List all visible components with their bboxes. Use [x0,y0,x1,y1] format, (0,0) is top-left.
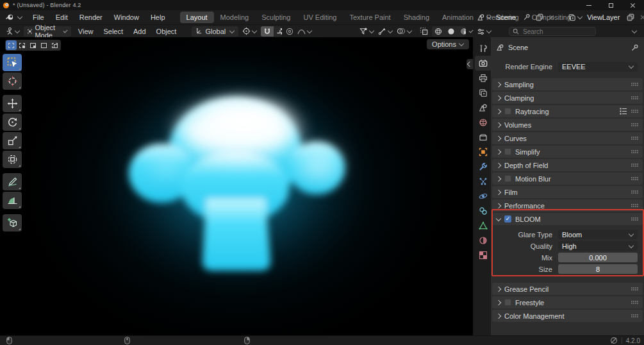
section-performance[interactable]: Performance [492,199,643,212]
tab-world[interactable] [475,115,491,130]
drag-handle-icon[interactable] [631,123,638,126]
search-input[interactable] [522,28,588,36]
menu-window[interactable]: Window [108,12,145,23]
pin-id-icon[interactable] [631,44,639,52]
properties-search[interactable] [509,27,596,36]
tab-particles[interactable] [475,174,491,189]
tool-measure[interactable] [3,192,22,209]
section-raytracing[interactable]: Raytracing [492,105,643,117]
menu-render[interactable]: Render [74,12,108,23]
select-mode-extend-button[interactable] [17,40,28,50]
scene-name[interactable]: Scene [495,13,520,21]
tab-output[interactable] [475,71,491,85]
section-sampling[interactable]: Sampling [492,78,643,90]
tool-select-box[interactable] [3,54,22,71]
section-simplify[interactable]: Simplify [492,146,643,158]
select-mode-subtract-button[interactable] [28,40,38,50]
overlays-button[interactable] [395,27,414,35]
drag-handle-icon[interactable] [631,204,638,207]
tab-constraints[interactable] [475,203,491,218]
drag-handle-icon[interactable] [631,177,638,180]
tab-scene[interactable] [475,100,491,115]
gizmos-button[interactable] [376,27,395,35]
tab-uv-editing[interactable]: UV Editing [297,12,343,23]
properties-editor-type-button[interactable] [475,28,493,36]
shading-options-chevron-icon[interactable] [468,28,473,33]
drag-handle-icon[interactable] [631,190,638,194]
tab-texture[interactable] [475,248,491,262]
new-view-layer-copy-icon[interactable] [625,13,636,21]
freestyle-checkbox[interactable] [504,299,511,306]
section-freestyle[interactable]: Freestyle [492,296,643,308]
simplify-checkbox[interactable] [504,148,511,155]
drag-handle-icon[interactable] [631,314,638,317]
section-color-management[interactable]: Color Management [492,310,643,322]
options-dropdown[interactable]: Options [427,39,469,49]
tab-material[interactable] [475,233,491,248]
quality-dropdown[interactable]: High [558,241,638,251]
presets-list-icon[interactable] [620,108,627,115]
drag-handle-icon[interactable] [631,301,638,304]
tab-animation[interactable]: Animation [436,12,480,23]
glare-type-dropdown[interactable]: Bloom [558,230,638,239]
view-layer-datablock-icon[interactable] [566,13,584,21]
tab-object-data[interactable] [475,218,491,233]
tab-physics[interactable] [475,189,491,203]
drag-handle-icon[interactable] [631,83,638,86]
section-film[interactable]: Film [492,186,643,198]
tab-render[interactable] [475,56,491,71]
shading-material-button[interactable] [458,26,466,37]
drag-handle-icon[interactable] [631,96,638,99]
tab-layout[interactable]: Layout [180,12,214,23]
shading-wireframe-button[interactable] [432,26,445,37]
section-volumes[interactable]: Volumes [492,119,643,131]
tab-modifiers[interactable] [475,159,491,174]
drag-handle-icon[interactable] [631,110,638,113]
tool-annotate[interactable] [3,173,22,190]
tab-sculpting[interactable]: Sculpting [255,12,297,23]
drag-handle-icon[interactable] [631,137,638,140]
section-grease-pencil[interactable]: Grease Pencil [492,283,643,295]
shading-solid-button[interactable] [445,26,458,37]
proportional-editing-button[interactable] [284,28,295,35]
tab-modeling[interactable]: Modeling [214,12,256,23]
tool-transform[interactable] [3,151,22,168]
tab-object[interactable] [475,144,491,159]
view-layer-name[interactable]: ViewLayer [586,13,623,21]
drag-handle-icon[interactable] [631,287,638,290]
motion-blur-checkbox[interactable] [504,175,511,182]
section-bloom-header[interactable]: ✓ BLOOM [492,213,643,225]
menu-add[interactable]: Add [128,28,151,35]
show-object-types-button[interactable] [358,27,376,35]
section-depth-of-field[interactable]: Depth of Field [492,159,643,171]
select-mode-invert-button[interactable] [38,40,49,50]
xray-toggle-button[interactable] [418,27,430,35]
section-clamping[interactable]: Clamping [492,92,643,104]
proportional-falloff-button[interactable] [295,28,314,35]
viewport-3d[interactable]: Options [0,37,473,335]
tab-texture-paint[interactable]: Texture Paint [343,12,397,23]
maximize-button[interactable] [607,1,615,9]
section-motion-blur[interactable]: Motion Blur [492,172,643,185]
render-engine-dropdown[interactable]: EEVEE [558,62,638,72]
transform-orientation-selector[interactable]: Global [192,26,238,37]
tool-move[interactable] [3,95,22,112]
scene-datablock-icon[interactable] [475,13,493,21]
remove-view-layer-icon[interactable] [638,14,644,21]
editor-type-button[interactable] [3,27,22,35]
tool-cursor[interactable] [3,72,22,90]
drag-handle-icon[interactable] [631,217,638,221]
drag-handle-icon[interactable] [631,150,638,153]
mode-selector[interactable]: Object Mode [24,26,71,37]
blender-menu-button[interactable] [0,13,27,22]
tab-collection[interactable] [475,130,491,144]
tool-scale[interactable] [3,132,22,149]
section-curves[interactable]: Curves [492,132,643,144]
network-offline-icon[interactable] [610,337,618,344]
mix-value-slider[interactable]: 0.000 [558,253,638,262]
snap-toggle-button[interactable] [261,26,274,37]
menu-object[interactable]: Object [151,28,182,35]
select-mode-set-button[interactable] [6,40,17,50]
bloom-checkbox[interactable]: ✓ [504,215,511,223]
tab-shading[interactable]: Shading [397,12,436,23]
